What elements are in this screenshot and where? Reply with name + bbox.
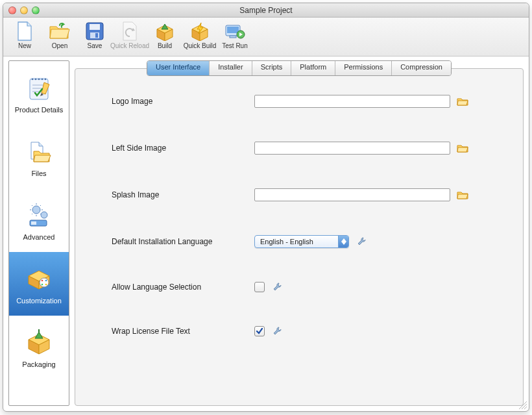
folder-open-icon — [457, 96, 468, 107]
tab-permissions[interactable]: Permissions — [335, 61, 392, 75]
reload-icon — [119, 20, 141, 42]
quick-build-icon — [189, 20, 211, 42]
label-logo-image: Logo Image — [112, 97, 254, 106]
svg-point-20 — [45, 280, 47, 282]
svg-point-15 — [41, 212, 47, 218]
tab-compression[interactable]: Compression — [392, 61, 451, 75]
advanced-gears-icon — [23, 199, 54, 231]
input-splash-image[interactable] — [254, 188, 450, 201]
window-controls — [8, 6, 40, 14]
packaging-icon — [23, 327, 54, 358]
toolbar-build[interactable]: Build — [147, 20, 182, 55]
app-window: Sample Project New Open — [3, 3, 529, 412]
wrench-icon — [357, 237, 367, 246]
sidebar-item-advanced[interactable]: Advanced — [9, 188, 69, 252]
svg-point-19 — [42, 280, 43, 282]
main-panel: User Interface Installer Scripts Platfor… — [75, 60, 524, 406]
toolbar-save[interactable]: Save — [77, 20, 112, 55]
toolbar-quick-reload: Quick Reload — [112, 20, 147, 55]
toolbar-label: Test Run — [222, 42, 247, 49]
toolbar-open[interactable]: Open — [42, 20, 77, 55]
svg-point-13 — [45, 79, 46, 80]
select-default-language[interactable]: English - English — [254, 235, 349, 248]
configure-wrap-license-text[interactable] — [272, 326, 283, 336]
toolbar-label: Open — [52, 42, 67, 49]
label-left-side-image: Left Side Image — [112, 144, 254, 153]
browse-logo-image[interactable] — [457, 96, 468, 107]
input-left-side-image[interactable] — [254, 142, 450, 155]
sidebar-item-label: Advanced — [23, 233, 55, 241]
svg-rect-17 — [31, 221, 36, 225]
svg-rect-1 — [90, 24, 100, 30]
select-value: English - English — [260, 238, 338, 245]
row-default-language: Default Installation Language English - … — [112, 235, 501, 248]
content-area: Product Details Files — [3, 57, 529, 411]
test-run-icon — [224, 20, 246, 42]
label-splash-image: Splash Image — [112, 190, 254, 199]
svg-point-18 — [40, 278, 49, 287]
toolbar-new[interactable]: New — [7, 20, 42, 55]
window-close-button[interactable] — [8, 6, 16, 14]
svg-rect-6 — [230, 36, 236, 38]
toolbar-label: New — [18, 42, 31, 49]
toolbar-quick-build[interactable]: Quick Build — [182, 20, 217, 55]
sidebar-item-label: Packaging — [22, 360, 55, 368]
tab-installer[interactable]: Installer — [210, 61, 252, 75]
select-stepper-icon — [338, 236, 348, 247]
tab-user-interface[interactable]: User Interface — [147, 61, 210, 75]
row-allow-language-selection: Allow Language Selection — [112, 282, 501, 292]
folder-open-icon — [457, 143, 468, 153]
svg-point-11 — [38, 79, 40, 80]
checkbox-wrap-license-text[interactable] — [254, 326, 265, 336]
open-folder-icon — [49, 20, 71, 42]
new-file-icon — [14, 20, 36, 42]
tab-platform[interactable]: Platform — [291, 61, 335, 75]
customization-icon — [23, 263, 54, 294]
browse-splash-image[interactable] — [457, 190, 468, 200]
label-allow-language-selection: Allow Language Selection — [112, 283, 254, 292]
svg-point-12 — [42, 79, 43, 80]
label-default-language: Default Installation Language — [112, 237, 254, 246]
toolbar-label: Quick Build — [184, 42, 217, 49]
label-wrap-license-text: Wrap License File Text — [112, 327, 254, 336]
form-panel: Logo Image Left Side Image — [75, 68, 524, 406]
sidebar-item-label: Customization — [16, 297, 62, 305]
toolbar-label: Build — [158, 42, 172, 49]
resize-grip-icon[interactable] — [518, 400, 527, 409]
browse-left-side-image[interactable] — [457, 143, 468, 153]
configure-allow-language-selection[interactable] — [272, 282, 283, 292]
svg-rect-3 — [95, 33, 98, 38]
sidebar-item-files[interactable]: Files — [9, 125, 69, 188]
toolbar-test-run[interactable]: Test Run — [217, 20, 252, 55]
sidebar-item-product-details[interactable]: Product Details — [9, 61, 69, 125]
svg-point-10 — [35, 79, 36, 80]
titlebar: Sample Project — [3, 3, 529, 18]
sidebar-item-customization[interactable]: Customization — [9, 252, 69, 316]
build-box-icon — [154, 20, 176, 42]
folder-open-icon — [457, 190, 468, 200]
sidebar-item-label: Product Details — [15, 106, 64, 114]
svg-point-14 — [32, 206, 40, 214]
sidebar-item-packaging[interactable]: Packaging — [9, 316, 69, 379]
input-logo-image[interactable] — [254, 95, 450, 108]
svg-point-9 — [32, 79, 33, 80]
window-zoom-button[interactable] — [32, 6, 40, 14]
tab-scripts[interactable]: Scripts — [252, 61, 292, 75]
save-disk-icon — [84, 20, 106, 42]
tabs-row: User Interface Installer Scripts Platfor… — [75, 60, 524, 76]
checkbox-allow-language-selection[interactable] — [254, 282, 265, 292]
tabs: User Interface Installer Scripts Platfor… — [147, 60, 452, 76]
row-splash-image: Splash Image — [112, 188, 501, 201]
wrench-icon — [273, 283, 282, 292]
row-wrap-license-text: Wrap License File Text — [112, 326, 501, 336]
svg-rect-5 — [227, 27, 239, 33]
sidebar-item-label: Files — [31, 170, 46, 177]
toolbar-label: Save — [88, 42, 103, 49]
svg-point-21 — [42, 284, 43, 286]
files-icon — [23, 136, 54, 167]
toolbar-label: Quick Reload — [110, 42, 149, 49]
toolbar: New Open Save — [3, 18, 529, 57]
sidebar: Product Details Files — [8, 60, 69, 406]
configure-default-language[interactable] — [357, 236, 367, 247]
window-minimize-button[interactable] — [20, 6, 28, 14]
